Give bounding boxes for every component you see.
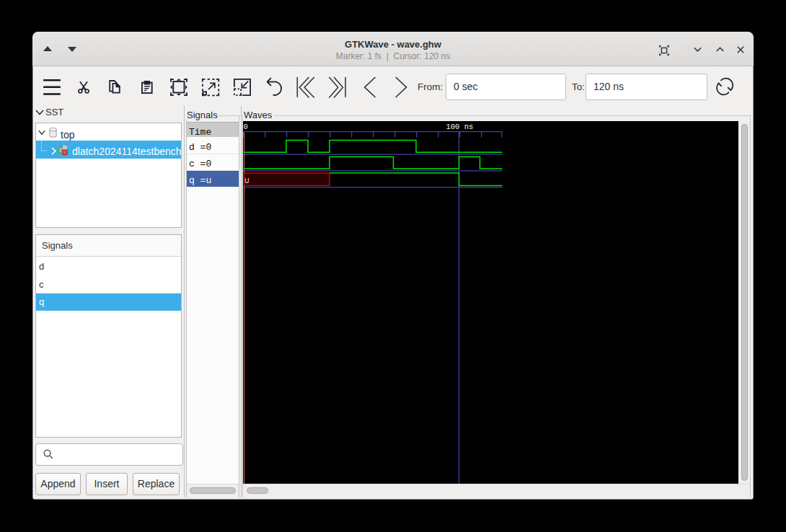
svg-text:100 ns: 100 ns bbox=[446, 123, 474, 131]
svg-text:0: 0 bbox=[244, 123, 248, 131]
svg-text:U: U bbox=[244, 177, 250, 185]
